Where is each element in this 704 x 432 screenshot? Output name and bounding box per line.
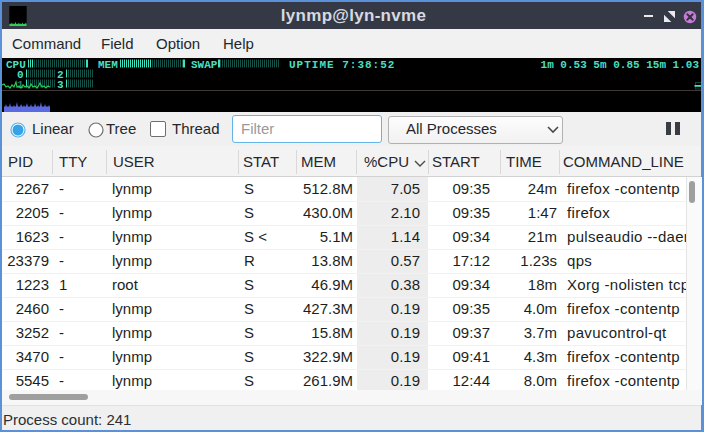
svg-text:3: 3 [57,79,64,91]
svg-text:UPTIME 7:38:52: UPTIME 7:38:52 [289,59,395,71]
svg-text:SWAP: SWAP [191,59,218,71]
svg-text:MEM: MEM [98,59,118,71]
svg-text:1m 0.53 5m 0.85 15m 1.03: 1m 0.53 5m 0.85 15m 1.03 [541,59,700,71]
